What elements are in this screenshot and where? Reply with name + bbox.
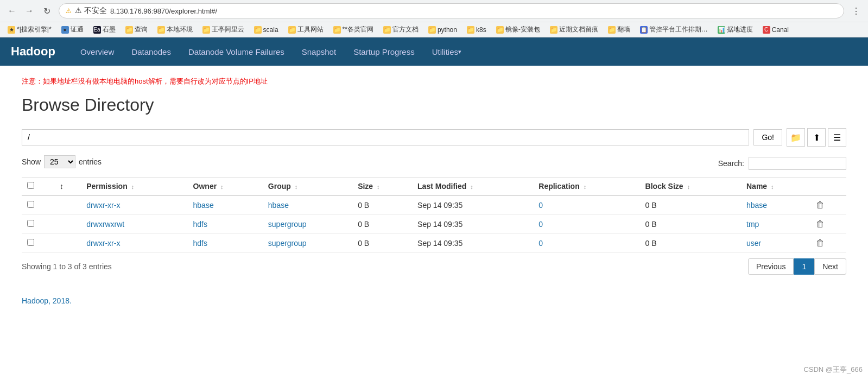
- row-delete: 🗑: [810, 215, 846, 234]
- refresh-button[interactable]: ↻: [39, 3, 54, 18]
- go-button[interactable]: Go!: [753, 129, 782, 145]
- permission-link[interactable]: drwxr-xr-x: [86, 239, 120, 248]
- col-replication[interactable]: Replication ↕: [533, 178, 639, 196]
- folder-icon-button[interactable]: 📁: [787, 128, 805, 147]
- bookmark-k8s[interactable]: 📁 k8s: [464, 25, 490, 35]
- name-link[interactable]: tmp: [746, 220, 759, 229]
- browser-chrome: ← → ↻ ⚠ ⚠ 不安全 8.130.176.96:9870/explorer…: [0, 0, 868, 37]
- row-permission: drwxr-xr-x: [81, 234, 187, 253]
- select-all-checkbox[interactable]: [27, 182, 34, 189]
- back-button[interactable]: ←: [4, 3, 20, 18]
- col-group[interactable]: Group ↕: [263, 178, 352, 196]
- bookmark-search[interactable]: ★ *|搜索引擎|*: [4, 24, 55, 35]
- bookmark-mirror[interactable]: 📁 镜像-安装包: [493, 24, 543, 35]
- permission-link[interactable]: drwxrwxrwt: [86, 220, 124, 229]
- nav-datanodes[interactable]: Datanodes: [123, 37, 180, 66]
- navbar-brand[interactable]: Hadoop: [11, 45, 55, 59]
- path-row: Go! 📁 ⬆ ☰: [22, 128, 846, 147]
- nav-snapshot[interactable]: Snapshot: [293, 37, 345, 66]
- bookmark-scala[interactable]: 📁 scala: [251, 25, 282, 35]
- bookmark-label: Canal: [772, 26, 789, 34]
- col-sort[interactable]: ↕: [54, 178, 81, 196]
- table-header: ↕ Permission ↕ Owner ↕ Group ↕ Size ↕ La…: [22, 178, 846, 196]
- previous-button[interactable]: Previous: [748, 258, 794, 275]
- sort-icon: ↕: [771, 183, 774, 190]
- delete-button[interactable]: 🗑: [816, 238, 825, 248]
- nav-utilities[interactable]: Utilities: [423, 37, 470, 66]
- notice-text: 注意：如果地址栏没有做本地电脑的host解析，需要自行改为对应节点的IP地址: [22, 77, 846, 86]
- permission-link[interactable]: drwxr-xr-x: [86, 201, 120, 210]
- bookmark-label: **各类官网: [343, 25, 373, 34]
- bookmark-query[interactable]: 📁 查询: [122, 24, 151, 35]
- group-link[interactable]: supergroup: [268, 239, 307, 248]
- nav-overview[interactable]: Overview: [72, 37, 123, 66]
- bookmark-label: 本地环境: [167, 25, 193, 34]
- row-select-checkbox[interactable]: [27, 239, 34, 246]
- upload-icon-button[interactable]: ⬆: [807, 128, 826, 147]
- row-select-checkbox[interactable]: [27, 201, 34, 208]
- address-bar[interactable]: ⚠ ⚠ 不安全 8.130.176.96:9870/explorer.html#…: [59, 3, 844, 18]
- row-permission: drwxrwxrwt: [81, 215, 187, 234]
- bookmark-aliyun[interactable]: 📁 王亭阿里云: [199, 24, 248, 35]
- col-block-size[interactable]: Block Size ↕: [640, 178, 741, 196]
- replication-link[interactable]: 0: [538, 220, 543, 229]
- nav-startup-progress[interactable]: Startup Progress: [345, 37, 423, 66]
- col-owner[interactable]: Owner ↕: [188, 178, 263, 196]
- bookmark-shimo[interactable]: Ea 石墨: [90, 24, 119, 35]
- owner-link[interactable]: hdfs: [193, 239, 207, 248]
- bookmark-icon: 📁: [383, 26, 391, 34]
- replication-link[interactable]: 0: [538, 239, 543, 248]
- bookmark-progress[interactable]: 📊 据地进度: [714, 24, 756, 35]
- bookmark-icon: 📁: [157, 26, 165, 34]
- nav-datanode-volume-failures[interactable]: Datanode Volume Failures: [180, 37, 293, 66]
- owner-link[interactable]: hbase: [193, 201, 214, 210]
- forward-button[interactable]: →: [22, 3, 37, 18]
- row-name: tmp: [741, 215, 810, 234]
- bookmark-docs[interactable]: 📁 官方文档: [380, 24, 422, 35]
- col-last-modified[interactable]: Last Modified ↕: [412, 178, 533, 196]
- menu-button[interactable]: ⋮: [848, 3, 864, 18]
- replication-link[interactable]: 0: [538, 201, 543, 210]
- col-permission[interactable]: Permission ↕: [81, 178, 187, 196]
- row-replication: 0: [533, 195, 639, 215]
- bookmark-label: 工具网站: [297, 25, 324, 34]
- table-row: drwxr-xr-x hdfs supergroup 0 B Sep 14 09…: [22, 234, 846, 253]
- group-link[interactable]: hbase: [268, 201, 289, 210]
- row-owner: hdfs: [188, 215, 263, 234]
- bookmark-zhitong[interactable]: ● 证通: [58, 24, 87, 35]
- bookmark-control[interactable]: 📋 管控平台工作排期…: [637, 24, 711, 35]
- delete-button[interactable]: 🗑: [816, 200, 825, 210]
- row-block-size: 0 B: [640, 215, 741, 234]
- path-input[interactable]: [22, 129, 749, 145]
- current-page-button[interactable]: 1: [794, 258, 814, 275]
- row-block-size: 0 B: [640, 195, 741, 215]
- name-link[interactable]: user: [746, 239, 761, 248]
- entries-select[interactable]: 10 25 50 100: [44, 155, 75, 168]
- row-delete: 🗑: [810, 195, 846, 215]
- row-select-checkbox[interactable]: [27, 220, 34, 227]
- bookmark-vpn[interactable]: 📁 翻墙: [605, 24, 633, 35]
- bookmark-tools[interactable]: 📁 工具网站: [285, 24, 327, 35]
- col-name[interactable]: Name ↕: [741, 178, 810, 196]
- footer: Hadoop, 2018.: [22, 296, 846, 305]
- search-input[interactable]: [749, 157, 846, 170]
- bookmark-official[interactable]: 📁 **各类官网: [330, 24, 377, 35]
- owner-link[interactable]: hdfs: [193, 220, 207, 229]
- table-body: drwxr-xr-x hbase hbase 0 B Sep 14 09:35 …: [22, 195, 846, 253]
- name-link[interactable]: hbase: [746, 201, 767, 210]
- bookmark-label: 管控平台工作排期…: [649, 25, 708, 34]
- delete-button[interactable]: 🗑: [816, 219, 825, 229]
- list-icon-button[interactable]: ☰: [828, 128, 846, 147]
- row-checkbox: [22, 215, 54, 234]
- bookmark-icon: 📁: [288, 26, 296, 34]
- navbar-nav: Overview Datanodes Datanode Volume Failu…: [72, 37, 470, 66]
- next-button[interactable]: Next: [814, 258, 846, 275]
- group-link[interactable]: supergroup: [268, 220, 307, 229]
- bookmark-local[interactable]: 📁 本地环境: [154, 24, 196, 35]
- bookmark-recent[interactable]: 📁 近期文档留痕: [547, 24, 601, 35]
- bookmark-python[interactable]: 📁 python: [425, 25, 460, 35]
- col-size[interactable]: Size ↕: [352, 178, 412, 196]
- bookmark-icon: 📊: [718, 26, 725, 34]
- bookmark-canal[interactable]: C Canal: [759, 25, 792, 35]
- bookmark-icon: C: [763, 26, 770, 34]
